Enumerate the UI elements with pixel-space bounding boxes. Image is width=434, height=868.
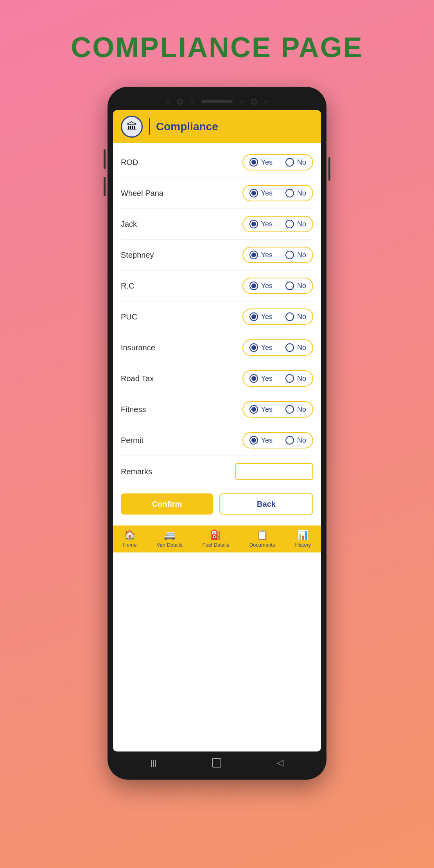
radio-circle-no-puc bbox=[285, 312, 294, 321]
radio-circle-no-rod bbox=[285, 158, 294, 167]
radio-yes-rod[interactable]: Yes bbox=[249, 158, 273, 167]
form-row-jack: Jack Yes No bbox=[121, 209, 313, 240]
radio-no-stephney[interactable]: No bbox=[285, 251, 306, 259]
phone-top-bar bbox=[113, 94, 321, 110]
radio-no-road-tax[interactable]: No bbox=[285, 374, 306, 383]
radio-circle-no-jack bbox=[285, 220, 294, 228]
back-hardware-button[interactable]: ◁ bbox=[277, 758, 283, 768]
power-button bbox=[328, 157, 330, 181]
no-label-wheel-pana: No bbox=[297, 189, 306, 197]
front-dot bbox=[190, 100, 194, 104]
nav-item-home[interactable]: 🏠 Home bbox=[123, 529, 137, 548]
remarks-label: Remarks bbox=[121, 467, 152, 476]
remarks-input[interactable] bbox=[235, 463, 313, 480]
radio-no-rod[interactable]: No bbox=[285, 158, 306, 167]
label-stephney: Stephney bbox=[121, 251, 154, 260]
app-logo-icon: 🏛 bbox=[127, 121, 137, 133]
yes-label-rc: Yes bbox=[261, 282, 273, 290]
radio-circle-yes-fitness bbox=[249, 405, 258, 414]
vol-up-button bbox=[104, 149, 106, 169]
form-row-rc: R.C Yes No bbox=[121, 271, 313, 301]
nav-item-van-details[interactable]: 🚐 Van Details bbox=[157, 529, 183, 548]
label-fitness: Fitness bbox=[121, 405, 146, 414]
bottom-nav: 🏠 Home 🚐 Van Details ⛽ Fuel Details 📋 Do… bbox=[113, 525, 321, 552]
radio-divider-rod bbox=[279, 158, 279, 166]
history-icon: 📊 bbox=[297, 529, 309, 540]
radio-circle-no-road-tax bbox=[285, 374, 294, 383]
menu-button[interactable]: ||| bbox=[151, 759, 157, 768]
nav-label-fuel-details: Fuel Details bbox=[203, 542, 230, 548]
radio-circle-no-insurance bbox=[285, 343, 294, 352]
radio-yes-jack[interactable]: Yes bbox=[249, 220, 273, 228]
yes-label-puc: Yes bbox=[261, 313, 273, 321]
no-label-insurance: No bbox=[297, 344, 306, 352]
nav-label-home: Home bbox=[123, 542, 137, 548]
yes-label-permit: Yes bbox=[261, 436, 273, 445]
no-label-road-tax: No bbox=[297, 375, 306, 383]
nav-label-documents: Documents bbox=[249, 542, 275, 548]
phone-frame: 🏛 Compliance ROD Yes No bbox=[108, 87, 326, 780]
label-permit: Permit bbox=[121, 436, 143, 445]
phone-screen: 🏛 Compliance ROD Yes No bbox=[113, 110, 321, 751]
radio-yes-permit[interactable]: Yes bbox=[249, 436, 273, 445]
radio-yes-puc[interactable]: Yes bbox=[249, 312, 273, 321]
nav-item-fuel-details[interactable]: ⛽ Fuel Details bbox=[203, 529, 230, 548]
radio-group-rc: Yes No bbox=[242, 278, 313, 294]
no-label-stephney: No bbox=[297, 251, 306, 259]
form-content: ROD Yes No Wheel Pana bbox=[113, 143, 321, 525]
radio-circle-no-wheel-pana bbox=[285, 189, 294, 197]
nav-item-documents[interactable]: 📋 Documents bbox=[249, 529, 275, 548]
earpiece bbox=[201, 100, 233, 103]
no-label-rod: No bbox=[297, 158, 306, 167]
radio-circle-yes-rc bbox=[249, 282, 258, 290]
nav-item-history[interactable]: 📊 History bbox=[295, 529, 311, 548]
nav-label-van-details: Van Details bbox=[157, 542, 183, 548]
documents-icon: 📋 bbox=[256, 529, 268, 540]
no-label-fitness: No bbox=[297, 405, 306, 414]
radio-no-permit[interactable]: No bbox=[285, 436, 306, 445]
van-details-icon: 🚐 bbox=[164, 529, 176, 540]
radio-yes-road-tax[interactable]: Yes bbox=[249, 374, 273, 383]
yes-label-insurance: Yes bbox=[261, 344, 273, 352]
radio-no-jack[interactable]: No bbox=[285, 220, 306, 228]
radio-no-rc[interactable]: No bbox=[285, 282, 306, 290]
app-logo: 🏛 bbox=[121, 116, 143, 138]
back-button[interactable]: Back bbox=[219, 493, 313, 515]
radio-no-fitness[interactable]: No bbox=[285, 405, 306, 414]
radio-group-permit: Yes No bbox=[242, 432, 313, 448]
label-insurance: Insurance bbox=[121, 343, 155, 352]
radio-circle-yes-permit bbox=[249, 436, 258, 445]
radio-circle-yes-rod bbox=[249, 158, 258, 167]
radio-yes-rc[interactable]: Yes bbox=[249, 282, 273, 290]
yes-label-fitness: Yes bbox=[261, 405, 273, 414]
radio-circle-no-stephney bbox=[285, 251, 294, 259]
radio-group-stephney: Yes No bbox=[242, 247, 313, 263]
front-camera bbox=[177, 99, 183, 105]
radio-no-insurance[interactable]: No bbox=[285, 343, 306, 352]
front-camera2 bbox=[251, 99, 257, 105]
radio-no-wheel-pana[interactable]: No bbox=[285, 189, 306, 197]
app-header: 🏛 Compliance bbox=[113, 110, 321, 143]
radio-circle-yes-wheel-pana bbox=[249, 189, 258, 197]
remarks-row: Remarks bbox=[121, 456, 313, 487]
form-row-wheel-pana: Wheel Pana Yes No bbox=[121, 178, 313, 209]
radio-yes-insurance[interactable]: Yes bbox=[249, 343, 273, 352]
radio-yes-stephney[interactable]: Yes bbox=[249, 251, 273, 259]
confirm-button[interactable]: Confirm bbox=[121, 493, 213, 515]
radio-no-puc[interactable]: No bbox=[285, 312, 306, 321]
form-row-puc: PUC Yes No bbox=[121, 301, 313, 332]
no-label-jack: No bbox=[297, 220, 306, 228]
radio-yes-wheel-pana[interactable]: Yes bbox=[249, 189, 273, 197]
radio-circle-yes-stephney bbox=[249, 251, 258, 259]
fuel-details-icon: ⛽ bbox=[210, 529, 222, 540]
radio-circle-no-rc bbox=[285, 282, 294, 290]
nav-label-history: History bbox=[295, 542, 311, 548]
radio-yes-fitness[interactable]: Yes bbox=[249, 405, 273, 414]
radio-group-road-tax: Yes No bbox=[242, 370, 313, 387]
label-wheel-pana: Wheel Pana bbox=[121, 189, 163, 198]
home-button[interactable] bbox=[212, 758, 221, 768]
label-rc: R.C bbox=[121, 282, 134, 291]
radio-circle-yes-puc bbox=[249, 312, 258, 321]
form-row-permit: Permit Yes No bbox=[121, 425, 313, 456]
app-header-title: Compliance bbox=[156, 120, 218, 133]
